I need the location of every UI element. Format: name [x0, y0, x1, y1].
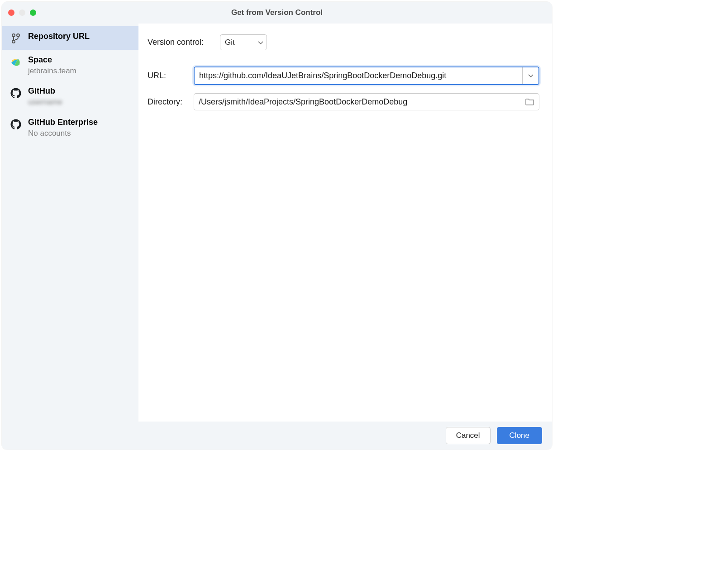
github-icon	[10, 87, 22, 99]
svg-point-2	[12, 40, 15, 43]
url-input[interactable]	[195, 67, 522, 84]
version-control-label: Version control:	[148, 38, 220, 47]
dialog-body: Repository URL Space jetbrains.team	[2, 24, 552, 422]
sidebar-item-subtitle: jetbrains.team	[28, 66, 133, 76]
version-control-row: Version control: Git	[148, 34, 539, 50]
main-panel: Version control: Git URL:	[138, 24, 552, 422]
version-control-select[interactable]: Git	[220, 34, 267, 50]
sidebar-item-subtitle-redacted: username	[28, 98, 133, 107]
version-control-select-wrap: Git	[220, 34, 267, 50]
url-label: URL:	[148, 71, 194, 81]
minimize-window-button[interactable]	[19, 9, 25, 16]
browse-directory-button[interactable]	[521, 98, 539, 105]
window-title: Get from Version Control	[231, 8, 323, 17]
github-icon	[10, 119, 22, 130]
sidebar-item-subtitle: No accounts	[28, 129, 133, 138]
window-controls	[8, 9, 36, 16]
cancel-button[interactable]: Cancel	[446, 427, 491, 444]
branch-icon	[10, 33, 22, 44]
sidebar-item-label: Space	[28, 55, 133, 65]
sidebar: Repository URL Space jetbrains.team	[2, 24, 138, 422]
folder-icon	[525, 98, 534, 105]
dialog-footer: Cancel Clone	[2, 422, 552, 450]
chevron-down-icon	[528, 74, 533, 78]
url-input-combo	[194, 66, 539, 85]
url-row: URL:	[148, 66, 539, 85]
sidebar-item-label: GitHub Enterprise	[28, 118, 133, 127]
space-icon	[10, 56, 22, 68]
svg-point-1	[17, 34, 19, 37]
directory-row: Directory:	[148, 93, 539, 110]
svg-point-0	[12, 34, 15, 37]
sidebar-item-github-enterprise[interactable]: GitHub Enterprise No accounts	[2, 112, 138, 143]
sidebar-item-label: GitHub	[28, 86, 133, 96]
close-window-button[interactable]	[8, 9, 14, 16]
dialog-window: Get from Version Control Repository URL	[2, 2, 552, 450]
directory-input-wrap	[194, 93, 539, 110]
sidebar-item-github[interactable]: GitHub username	[2, 81, 138, 112]
sidebar-item-space[interactable]: Space jetbrains.team	[2, 50, 138, 81]
sidebar-item-repository-url[interactable]: Repository URL	[2, 26, 138, 50]
directory-input[interactable]	[194, 97, 521, 107]
clone-button[interactable]: Clone	[497, 427, 542, 444]
url-history-dropdown[interactable]	[522, 67, 538, 84]
maximize-window-button[interactable]	[30, 9, 36, 16]
directory-label: Directory:	[148, 97, 194, 107]
titlebar[interactable]: Get from Version Control	[2, 2, 552, 24]
sidebar-item-label: Repository URL	[28, 32, 133, 41]
